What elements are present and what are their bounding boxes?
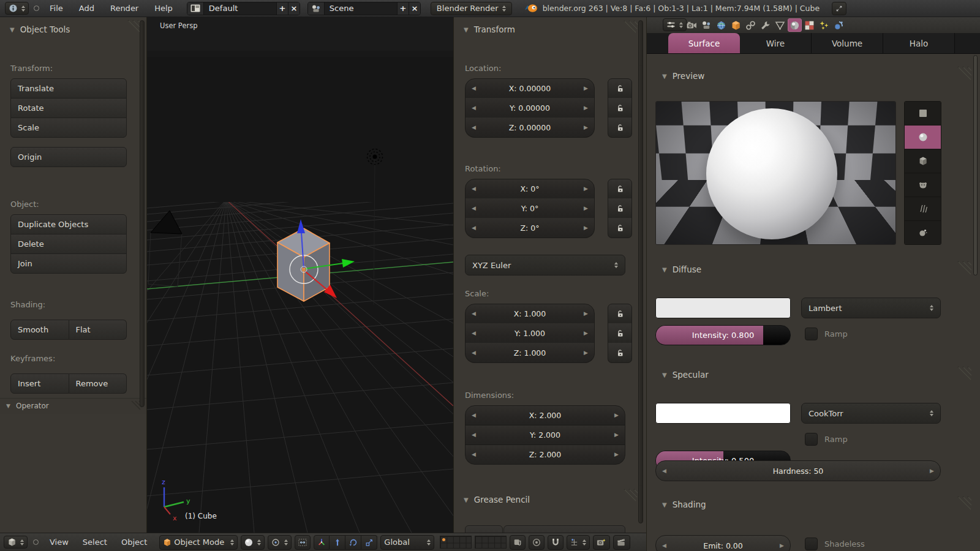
delete-button[interactable]: Delete xyxy=(10,234,127,254)
decrement-arrow-icon[interactable]: ◀ xyxy=(472,311,476,317)
object-tools-panel-header[interactable]: ▼ Object Tools xyxy=(10,24,70,34)
increment-arrow-icon[interactable]: ▶ xyxy=(584,125,588,130)
increment-arrow-icon[interactable]: ▶ xyxy=(584,186,588,192)
join-button[interactable]: Join xyxy=(10,253,127,274)
preview-flat-button[interactable] xyxy=(905,102,941,126)
preview-world-button[interactable] xyxy=(905,221,941,244)
hardness-field[interactable]: ◀ Hardness: 50 ▶ xyxy=(655,460,941,481)
scale-button[interactable]: Scale xyxy=(10,118,127,138)
lock-location-z-button[interactable] xyxy=(608,118,632,138)
decrement-arrow-icon[interactable]: ◀ xyxy=(472,331,476,336)
decrement-arrow-icon[interactable]: ◀ xyxy=(472,225,476,231)
increment-arrow-icon[interactable]: ▶ xyxy=(614,413,619,418)
menu-help[interactable]: Help xyxy=(149,4,178,13)
rotate-manipulator-icon[interactable] xyxy=(345,535,361,550)
increment-arrow-icon[interactable]: ▶ xyxy=(584,206,588,211)
lock-location-y-button[interactable] xyxy=(608,98,632,118)
specular-ramp-checkbox[interactable] xyxy=(805,433,818,446)
decrement-arrow-icon[interactable]: ◀ xyxy=(472,432,476,438)
constraints-tab-icon[interactable] xyxy=(744,18,758,32)
editor-type-selector[interactable] xyxy=(4,536,28,549)
collapse-triangle-icon[interactable]: ▼ xyxy=(464,497,469,503)
scale-z-field[interactable]: ◀Z: 1.000▶ xyxy=(465,343,595,363)
location-x-field[interactable]: ◀X: 0.00000▶ xyxy=(465,78,595,99)
diffuse-ramp-checkbox[interactable] xyxy=(805,328,818,340)
shading-panel-header[interactable]: ▼ Shading xyxy=(662,500,706,509)
scene-icon[interactable] xyxy=(308,2,325,15)
increment-arrow-icon[interactable]: ▶ xyxy=(614,432,619,438)
translate-manipulator-icon[interactable] xyxy=(330,535,345,550)
rotation-y-field[interactable]: ◀Y: 0°▶ xyxy=(465,198,595,219)
transform-orientation-select[interactable]: Global xyxy=(380,535,434,550)
insert-keyframe-button[interactable]: Insert xyxy=(10,373,69,394)
specular-color-swatch[interactable] xyxy=(655,403,791,424)
tab-surface[interactable]: Surface xyxy=(668,33,740,53)
menu-render[interactable]: Render xyxy=(105,4,144,13)
collapse-triangle-icon[interactable]: ▼ xyxy=(464,26,469,33)
lock-scale-z-button[interactable] xyxy=(608,343,632,363)
decrement-arrow-icon[interactable]: ◀ xyxy=(472,413,476,418)
panel-grip-icon[interactable] xyxy=(953,366,971,381)
rotation-z-field[interactable]: ◀Z: 0°▶ xyxy=(465,218,595,238)
menu-add[interactable]: Add xyxy=(74,4,100,13)
close-layout-button[interactable]: × xyxy=(288,2,300,15)
dimension-x-field[interactable]: ◀X: 2.000▶ xyxy=(465,405,625,425)
mode-select[interactable]: Object Mode xyxy=(159,535,238,550)
translate-button[interactable]: Translate xyxy=(10,78,127,99)
lock-rotation-z-button[interactable] xyxy=(608,218,632,238)
material-tab-icon[interactable] xyxy=(788,18,802,32)
render-engine-select[interactable]: Blender Render xyxy=(431,2,512,15)
increment-arrow-icon[interactable]: ▶ xyxy=(584,311,588,317)
collapse-triangle-icon[interactable]: ▼ xyxy=(662,501,667,508)
transform-panel-header[interactable]: ▼ Transform xyxy=(464,24,515,34)
layers-group-2[interactable] xyxy=(475,536,507,549)
emit-field[interactable]: ◀ Emit: 0.00 ▶ xyxy=(655,535,791,551)
object-data-tab-icon[interactable] xyxy=(773,18,787,32)
dimension-z-field[interactable]: ◀Z: 2.000▶ xyxy=(465,444,625,465)
shadeless-checkbox[interactable] xyxy=(805,538,818,550)
lock-rotation-y-button[interactable] xyxy=(608,198,632,219)
tab-volume[interactable]: Volume xyxy=(812,33,883,53)
menu-object[interactable]: Object xyxy=(116,538,153,547)
render-opengl-icon[interactable] xyxy=(593,535,610,550)
smooth-button[interactable]: Smooth xyxy=(10,320,69,340)
tab-wire[interactable]: Wire xyxy=(740,33,812,53)
proportional-edit-icon[interactable] xyxy=(529,535,545,550)
modifiers-tab-icon[interactable] xyxy=(758,18,772,32)
snap-element-select[interactable] xyxy=(567,535,590,550)
viewport-shading-select[interactable] xyxy=(241,535,265,550)
tool-shelf-scrollbar[interactable] xyxy=(140,20,145,407)
panel-grip-icon[interactable] xyxy=(953,496,971,511)
decrement-arrow-icon[interactable]: ◀ xyxy=(472,206,476,211)
preview-panel-header[interactable]: ▼ Preview xyxy=(662,71,704,81)
close-scene-button[interactable]: × xyxy=(409,2,420,15)
lock-rotation-x-button[interactable] xyxy=(608,179,632,199)
scene-name[interactable]: Scene xyxy=(325,2,397,15)
scene-tab-icon[interactable] xyxy=(699,18,714,32)
screen-layout-icon[interactable] xyxy=(187,2,204,15)
increment-arrow-icon[interactable]: ▶ xyxy=(584,350,588,356)
lock-scale-y-button[interactable] xyxy=(608,323,632,343)
editor-type-selector[interactable] xyxy=(663,18,687,31)
scale-x-field[interactable]: ◀X: 1.000▶ xyxy=(465,304,595,324)
increment-arrow-icon[interactable]: ▶ xyxy=(584,105,588,111)
render-tab-icon[interactable] xyxy=(685,18,699,32)
diffuse-color-swatch[interactable] xyxy=(655,298,791,318)
dimension-y-field[interactable]: ◀Y: 2.000▶ xyxy=(465,425,625,445)
pivot-point-select[interactable] xyxy=(268,535,292,550)
rotation-mode-select[interactable]: XYZ Euler xyxy=(465,255,625,276)
rotate-button[interactable]: Rotate xyxy=(10,98,127,118)
viewport-3d[interactable]: z y x User Persp (1) Cube xyxy=(147,17,453,533)
collapse-triangle-icon[interactable]: ▼ xyxy=(662,73,667,80)
increment-arrow-icon[interactable]: ▶ xyxy=(584,225,588,231)
manipulator-axes-icon[interactable] xyxy=(314,535,330,550)
editor-type-selector[interactable] xyxy=(5,2,29,15)
collapse-triangle-icon[interactable]: ▼ xyxy=(662,266,667,273)
specular-panel-header[interactable]: ▼ Specular xyxy=(662,370,709,380)
menu-file[interactable]: File xyxy=(44,4,69,13)
increment-arrow-icon[interactable]: ▶ xyxy=(930,468,934,474)
n-panel-scrollbar[interactable] xyxy=(638,20,643,523)
decrement-arrow-icon[interactable]: ◀ xyxy=(662,468,666,474)
location-y-field[interactable]: ◀Y: 0.00000▶ xyxy=(465,98,595,118)
physics-tab-icon[interactable] xyxy=(832,18,846,32)
